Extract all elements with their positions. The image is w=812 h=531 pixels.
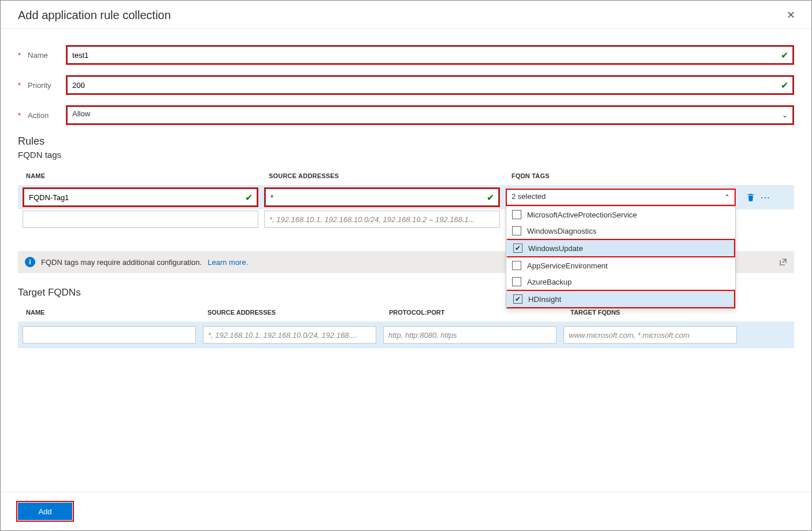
dd-option[interactable]: WindowsDiagnostics bbox=[506, 223, 735, 239]
checkbox-icon[interactable] bbox=[512, 277, 521, 286]
priority-input[interactable] bbox=[67, 76, 793, 94]
target-proto-input[interactable] bbox=[383, 326, 557, 344]
col-tags: FQDN TAGS bbox=[511, 172, 794, 179]
dd-option-label: AzureBackup bbox=[527, 278, 572, 286]
target-source-input[interactable] bbox=[203, 326, 376, 344]
checkbox-checked-icon[interactable] bbox=[513, 244, 522, 253]
dd-option-label: MicrosoftActiveProtectionService bbox=[527, 211, 637, 219]
dd-option[interactable]: AppServiceEnvironment bbox=[506, 257, 735, 274]
info-text: FQDN tags may require additional configu… bbox=[41, 258, 202, 267]
checkbox-icon[interactable] bbox=[512, 210, 521, 219]
dd-option[interactable]: AzureBackup bbox=[506, 274, 735, 290]
target-name-input[interactable] bbox=[23, 326, 196, 344]
checkbox-icon[interactable] bbox=[512, 226, 521, 235]
action-label: Action bbox=[28, 111, 61, 120]
more-icon[interactable]: ··· bbox=[760, 191, 772, 203]
tcol-target: TARGET FQDNS bbox=[570, 309, 794, 316]
col-source: SOURCE ADDRESSES bbox=[269, 172, 511, 179]
add-button[interactable]: Add bbox=[18, 503, 72, 520]
col-name: NAME bbox=[26, 172, 269, 179]
learn-more-link[interactable]: Learn more. bbox=[207, 258, 248, 267]
dd-option[interactable]: MicrosoftActiveProtectionService bbox=[506, 207, 735, 223]
close-icon[interactable]: ✕ bbox=[784, 6, 798, 24]
info-icon: i bbox=[25, 257, 35, 267]
fqdn-tags-select[interactable]: 2 selected ⌃ bbox=[506, 189, 736, 206]
trash-icon[interactable] bbox=[745, 191, 757, 203]
required-marker: * bbox=[18, 111, 21, 120]
dd-option-label: HDInsight bbox=[528, 295, 561, 304]
external-link-icon[interactable] bbox=[779, 258, 787, 266]
dd-option-label: WindowsDiagnostics bbox=[527, 227, 596, 235]
tcol-proto: PROTOCOL:PORT bbox=[389, 309, 570, 316]
dd-option-label: AppServiceEnvironment bbox=[527, 261, 607, 270]
name-label: Name bbox=[28, 51, 61, 60]
chevron-down-icon: ⌄ bbox=[782, 111, 788, 119]
action-value: Allow bbox=[72, 109, 90, 118]
rule-source-input[interactable] bbox=[264, 211, 500, 228]
fqdn-tags-dropdown[interactable]: MicrosoftActiveProtectionService Windows… bbox=[506, 206, 736, 309]
rules-section-title: Rules bbox=[18, 135, 794, 148]
fqdn-tags-title: FQDN tags bbox=[18, 150, 794, 160]
rule-name-input[interactable] bbox=[23, 211, 258, 228]
action-select[interactable]: Allow ⌄ bbox=[67, 106, 793, 124]
dd-option-label: WindowsUpdate bbox=[528, 244, 583, 253]
required-marker: * bbox=[18, 51, 21, 60]
target-row bbox=[18, 322, 794, 348]
fqdn-tags-summary: 2 selected bbox=[511, 192, 546, 201]
checkbox-icon[interactable] bbox=[512, 261, 521, 270]
tcol-name: NAME bbox=[26, 309, 207, 316]
name-input[interactable] bbox=[67, 46, 793, 64]
rule-source-input[interactable] bbox=[265, 189, 499, 206]
priority-label: Priority bbox=[28, 81, 61, 90]
page-title: Add application rule collection bbox=[18, 9, 171, 22]
dd-option[interactable]: HDInsight bbox=[506, 290, 735, 308]
checkbox-checked-icon[interactable] bbox=[513, 294, 522, 304]
required-marker: * bbox=[18, 81, 21, 90]
tcol-source: SOURCE ADDRESSES bbox=[207, 309, 389, 316]
rule-name-input[interactable] bbox=[24, 189, 257, 206]
dd-option[interactable]: WindowsUpdate bbox=[506, 239, 735, 257]
chevron-up-icon: ⌃ bbox=[724, 193, 730, 201]
target-fqdn-input[interactable] bbox=[563, 326, 737, 344]
